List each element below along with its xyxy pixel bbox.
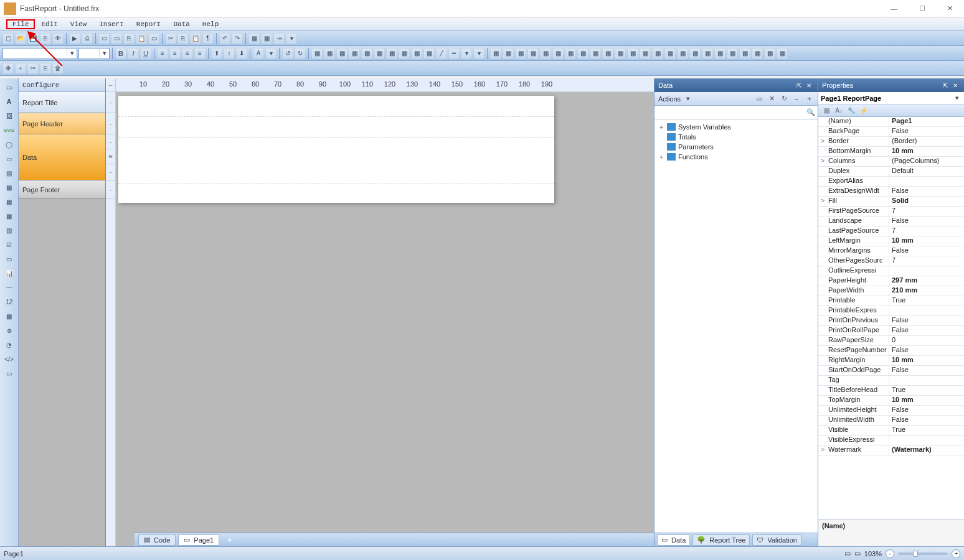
pin-icon[interactable]: ⇱ xyxy=(794,82,804,89)
minimize-button[interactable]: — xyxy=(880,0,908,17)
border-icon[interactable]: ▦ xyxy=(324,48,335,59)
properties-grid[interactable]: (Name)Page1BackPageFalse>Border(Border)B… xyxy=(818,117,964,519)
open-icon[interactable]: 📂 xyxy=(15,33,26,44)
save-icon[interactable]: 💾 xyxy=(27,33,39,44)
property-row[interactable]: ExportAlias xyxy=(818,177,964,187)
property-value[interactable]: 297 mm xyxy=(889,276,964,286)
undo-icon[interactable]: ↶ xyxy=(219,33,230,44)
expand-icon[interactable] xyxy=(818,386,827,395)
align-icon[interactable]: ▦ xyxy=(727,48,738,59)
border-icon[interactable]: ▦ xyxy=(349,48,360,59)
expand-icon[interactable] xyxy=(658,143,664,151)
redo-icon[interactable]: ↷ xyxy=(232,33,243,44)
delete-icon[interactable]: 🗑 xyxy=(52,63,64,74)
property-row[interactable]: LastPageSource7 xyxy=(818,226,964,236)
expand-icon[interactable] xyxy=(818,376,827,385)
property-value[interactable]: False xyxy=(889,127,964,136)
align-icon[interactable]: ▦ xyxy=(503,48,514,59)
cut-icon[interactable]: ✂ xyxy=(165,33,176,44)
property-value[interactable]: 0 xyxy=(889,336,964,345)
property-row[interactable]: >Columns(PageColumns) xyxy=(818,157,964,167)
rotate-left-icon[interactable]: ↺ xyxy=(282,48,293,59)
align-icon[interactable]: ▦ xyxy=(552,48,564,59)
menu-data[interactable]: Data xyxy=(167,19,196,29)
border-icon[interactable]: ▦ xyxy=(336,48,347,59)
property-row[interactable]: FirstPageSource7 xyxy=(818,207,964,217)
expand-icon[interactable] xyxy=(818,147,827,156)
band-report-title[interactable]: Report Title xyxy=(19,92,105,113)
expand-icon[interactable] xyxy=(818,296,827,306)
expand-icon[interactable] xyxy=(818,236,827,246)
expand-icon[interactable] xyxy=(818,117,827,126)
menu-view[interactable]: View xyxy=(64,19,93,29)
slider-thumb[interactable] xyxy=(913,551,918,557)
align-left-icon[interactable]: ≡ xyxy=(157,48,168,59)
align-icon[interactable]: ▦ xyxy=(515,48,526,59)
align-center-icon[interactable]: ≡ xyxy=(169,48,181,59)
border-width-icon[interactable]: ━ xyxy=(448,48,460,59)
property-value[interactable] xyxy=(889,376,964,385)
tab-code[interactable]: ▤ Code xyxy=(138,534,176,546)
expand-icon[interactable] xyxy=(818,366,827,375)
property-value[interactable]: False xyxy=(889,366,964,375)
text-icon[interactable]: A xyxy=(3,95,16,108)
print-icon[interactable]: ⎙ xyxy=(82,33,93,44)
expand-icon[interactable] xyxy=(818,396,827,405)
subreport-icon[interactable]: ▦ xyxy=(3,181,16,194)
move-icon[interactable]: ✥ xyxy=(2,63,14,74)
property-value[interactable]: False xyxy=(889,346,964,355)
property-value[interactable]: (Border) xyxy=(889,137,964,146)
property-value[interactable] xyxy=(889,436,964,445)
property-value[interactable]: 210 mm xyxy=(889,286,964,296)
tab-report-tree[interactable]: 🌳 Report Tree xyxy=(692,534,750,546)
barcode-icon[interactable]: ▥ xyxy=(3,224,16,236)
expand-icon[interactable] xyxy=(818,276,827,286)
spark-icon[interactable]: 〰 xyxy=(3,281,16,294)
gauge-icon[interactable]: ◔ xyxy=(3,338,16,351)
pin-icon[interactable]: ⇱ xyxy=(940,82,950,89)
bold-icon[interactable]: B xyxy=(115,48,126,59)
fontsize-combo[interactable]: ▾ xyxy=(78,48,110,59)
property-row[interactable]: (Name)Page1 xyxy=(818,117,964,127)
property-row[interactable]: MirrorMarginsFalse xyxy=(818,246,964,256)
expand-icon[interactable] xyxy=(818,426,827,435)
border-icon[interactable]: ▦ xyxy=(374,48,385,59)
expand-icon[interactable] xyxy=(818,336,827,345)
property-row[interactable]: PrintableExpres xyxy=(818,306,964,316)
refresh-icon[interactable]: ↻ xyxy=(779,94,789,104)
property-value[interactable]: False xyxy=(889,416,964,425)
band-page-footer[interactable]: Page Footer xyxy=(19,180,105,199)
align-icon[interactable]: ▦ xyxy=(752,48,763,59)
align-icon[interactable]: ▦ xyxy=(490,48,501,59)
cellular-icon[interactable]: ▦ xyxy=(3,310,16,322)
extra-icon[interactable]: ▾ xyxy=(286,33,297,44)
menu-edit[interactable]: Edit xyxy=(35,19,64,29)
property-value[interactable]: 7 xyxy=(889,226,964,236)
property-row[interactable]: ResetPageNumberFalse xyxy=(818,346,964,356)
tree-node[interactable]: Totals xyxy=(658,132,814,142)
border-more-icon[interactable]: ▾ xyxy=(473,48,484,59)
tree-node[interactable]: +System Variables xyxy=(658,122,814,132)
property-value[interactable]: Default xyxy=(889,167,964,176)
zoom-slider[interactable] xyxy=(898,553,948,555)
property-row[interactable]: StartOnOddPageFalse xyxy=(818,366,964,376)
add-page-button[interactable]: ＋ xyxy=(222,534,238,546)
close-icon[interactable]: ✕ xyxy=(804,82,814,89)
expand-icon[interactable]: ＋ xyxy=(804,94,814,104)
expand-icon[interactable] xyxy=(818,316,827,325)
property-row[interactable]: PrintOnRollPapeFalse xyxy=(818,326,964,336)
property-row[interactable]: OtherPagesSourc7 xyxy=(818,256,964,266)
property-row[interactable]: Tag xyxy=(818,376,964,386)
border-style-icon[interactable]: ╱ xyxy=(436,48,447,59)
page-band-footer[interactable] xyxy=(118,184,554,203)
property-row[interactable]: TitleBeforeHeadTrue xyxy=(818,386,964,396)
page-icon[interactable]: ▭ xyxy=(98,33,110,44)
collapse-icon[interactable]: − xyxy=(792,94,801,104)
property-value[interactable]: False xyxy=(889,316,964,325)
actions-label[interactable]: Actions xyxy=(658,95,681,103)
pagenumber-icon[interactable]: 12 xyxy=(3,296,16,308)
shape-icon[interactable]: ◯ xyxy=(3,138,16,151)
map-icon[interactable]: ⊕ xyxy=(3,324,16,337)
property-row[interactable]: DuplexDefault xyxy=(818,167,964,177)
band-data[interactable]: Data xyxy=(19,134,105,180)
